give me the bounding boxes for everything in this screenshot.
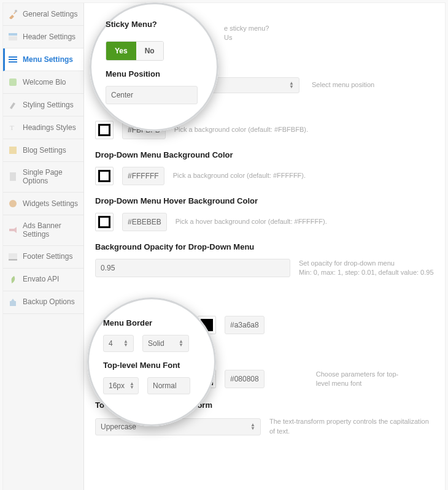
toggle-no[interactable]: No	[136, 42, 163, 60]
headings-icon: T	[8, 123, 18, 132]
menu-icon	[8, 55, 18, 64]
text-transform-desc: The text-transform property controls the…	[269, 417, 434, 436]
svg-rect-9	[10, 172, 16, 181]
dd-bg-desc: Pick a background color (default: #FFFFF…	[173, 171, 306, 180]
spinner-icon: ▲▼	[289, 82, 294, 89]
opacity-desc-1: Set opacity for drop-down menu	[299, 259, 434, 268]
font-desc: Choose parameters for top-level menu fon…	[316, 370, 402, 389]
opacity-input[interactable]: 0.95	[95, 259, 290, 277]
svg-rect-6	[9, 78, 17, 86]
sidebar-item-backup-options[interactable]: Backup Options	[3, 291, 83, 314]
sidebar-item-welcome-block[interactable]: Welcome Blo	[3, 71, 83, 94]
dd-bg-title: Drop-Down Menu Background Color	[95, 150, 434, 159]
sidebar-item-envato-api[interactable]: Envato API	[3, 269, 83, 291]
font-size-input[interactable]: 16px▲▼	[103, 377, 139, 394]
menu-position-desc: Select menu position	[312, 80, 374, 90]
svg-rect-8	[9, 147, 17, 154]
sidebar-item-label: Headings Styles	[23, 123, 76, 132]
svg-rect-11	[9, 253, 17, 258]
sidebar-item-label: Welcome Blo	[23, 78, 66, 86]
spinner-icon: ▲▼	[123, 340, 128, 347]
sidebar-item-label: General Settings	[23, 10, 77, 18]
dd-hover-input[interactable]: #EBEBEB	[122, 213, 167, 231]
widgets-icon	[8, 199, 18, 209]
sidebar-item-label: Envato API	[23, 275, 59, 283]
svg-text:T: T	[10, 124, 14, 131]
welcome-icon	[8, 77, 18, 87]
ads-icon	[8, 225, 18, 235]
sidebar-item-footer-settings[interactable]: Footer Settings	[3, 246, 83, 269]
svg-rect-13	[10, 301, 16, 306]
sidebar-item-label: Widgets Settings	[23, 199, 78, 208]
sidebar-item-label: Footer Settings	[23, 252, 72, 261]
sidebar-item-menu-settings[interactable]: Menu Settings	[3, 48, 83, 71]
header-icon	[8, 32, 18, 42]
spinner-icon: ▲▼	[129, 382, 134, 389]
sidebar-item-general-settings[interactable]: General Settings	[3, 3, 83, 26]
sidebar-item-label: Menu Settings	[23, 55, 73, 64]
blog-icon	[8, 145, 18, 155]
menu-position-title: Menu Position	[106, 69, 203, 78]
sidebar-item-label: Ads Banner Settings	[23, 221, 79, 239]
text-transform-select[interactable]: Uppercase ▲▼	[95, 418, 261, 435]
svg-point-10	[9, 200, 17, 207]
sidebar-item-label: Blog Settings	[23, 146, 66, 155]
sticky-menu-title: Sticky Menu?	[106, 20, 203, 29]
font-color-input[interactable]: #080808	[225, 370, 265, 388]
sticky-menu-sub: Us	[224, 33, 434, 42]
sidebar-item-widgets-settings[interactable]: Widgets Settings	[3, 193, 83, 215]
dd-bg-input[interactable]: #FFFFFF	[122, 167, 164, 185]
dd-hover-desc: Pick a hover background color (default: …	[176, 217, 327, 226]
sidebar-item-ads-banner-settings[interactable]: Ads Banner Settings	[3, 215, 83, 246]
border-style-select[interactable]: Solid▲▼	[142, 335, 189, 352]
opacity-title: Background Opacity for Drop-Down Menu	[95, 242, 434, 251]
bg-color-swatch[interactable]	[95, 121, 114, 139]
border-color-input[interactable]: #a3a6a8	[225, 316, 265, 334]
magnifier-top: Sticky Menu? Yes No Menu Position Center	[90, 2, 218, 131]
styling-icon	[8, 100, 18, 110]
svg-rect-5	[9, 61, 17, 63]
sidebar-item-label: Single Page Options	[23, 168, 79, 186]
bg-color-desc: Pick a background color (default: #FBFBF…	[174, 125, 308, 134]
sticky-menu-toggle[interactable]: Yes No	[106, 41, 164, 61]
menu-border-title: Menu Border	[103, 318, 200, 327]
sidebar-item-styling-settings[interactable]: Styling Settings	[3, 94, 83, 117]
svg-point-0	[15, 10, 17, 12]
sidebar-item-header-settings[interactable]: Header Settings	[3, 26, 83, 48]
svg-rect-4	[9, 59, 17, 60]
sidebar-item-label: Header Settings	[23, 33, 75, 41]
top-level-font-title: Top-level Menu Font	[103, 361, 200, 370]
sticky-menu-desc: e sticky menu?	[224, 24, 434, 33]
sidebar-item-single-page-options[interactable]: Single Page Options	[3, 162, 83, 193]
font-weight-select[interactable]: Normal	[147, 377, 190, 394]
sidebar-item-label: Backup Options	[23, 297, 75, 306]
svg-rect-12	[9, 259, 17, 261]
backup-icon	[8, 297, 18, 307]
sidebar: General Settings Header Settings Menu Se…	[3, 3, 84, 490]
menu-position-value[interactable]: Center	[106, 86, 198, 104]
dd-hover-swatch[interactable]	[95, 213, 114, 231]
envato-icon	[8, 275, 18, 285]
toggle-yes[interactable]: Yes	[106, 42, 136, 60]
border-width-input[interactable]: 4▲▼	[103, 335, 134, 352]
footer-icon	[8, 252, 18, 262]
svg-rect-3	[9, 56, 17, 58]
sidebar-item-blog-settings[interactable]: Blog Settings	[3, 139, 83, 162]
magnifier-bottom: Menu Border 4▲▼ Solid▲▼ Top-level Menu F…	[87, 297, 216, 426]
svg-rect-2	[9, 36, 17, 40]
sidebar-item-headings-styles[interactable]: T Headings Styles	[3, 117, 83, 139]
dd-hover-title: Drop-Down Menu Hover Background Color	[95, 196, 434, 205]
spinner-icon: ▲▼	[179, 340, 183, 347]
sidebar-item-label: Styling Settings	[23, 101, 74, 109]
dd-bg-swatch[interactable]	[95, 167, 114, 185]
settings-icon	[8, 9, 18, 19]
bg-color-title: d Color	[169, 104, 434, 113]
spinner-icon: ▲▼	[250, 423, 255, 431]
page-icon	[8, 172, 18, 182]
opacity-desc-2: Min: 0, max: 1, step: 0.01, default valu…	[299, 268, 434, 277]
svg-rect-1	[9, 33, 17, 36]
